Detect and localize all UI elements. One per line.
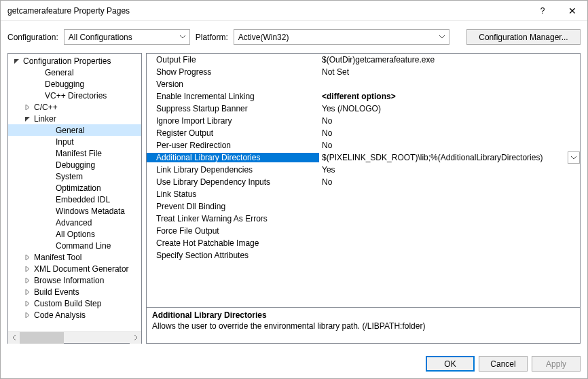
property-grid-rows[interactable]: Output File$(OutDir)getcamerafeature.exe…	[147, 54, 580, 307]
tree-item[interactable]: VC++ Directories	[8, 90, 141, 101]
property-row[interactable]: Prevent Dll Binding	[147, 200, 580, 213]
help-icon: ?	[540, 6, 545, 16]
property-value[interactable]: No	[319, 128, 580, 138]
property-row[interactable]: Enable Incremental Linking<different opt…	[147, 90, 580, 103]
tree-item[interactable]: Manifest Tool	[8, 251, 141, 263]
expander-closed-icon[interactable]	[23, 266, 33, 272]
tree-item[interactable]: Optimization	[8, 182, 141, 194]
property-row[interactable]: Per-user RedirectionNo	[147, 139, 580, 151]
property-row[interactable]: Additional Library Directories$(PIXELINK…	[147, 151, 580, 164]
tree-item[interactable]: Build Events	[8, 286, 141, 297]
property-row[interactable]: Create Hot Patchable Image	[147, 237, 580, 249]
expander-open-icon[interactable]	[23, 115, 33, 122]
property-name: Specify Section Attributes	[147, 251, 319, 260]
tree-item[interactable]: Linker	[8, 113, 141, 124]
tree-item-label: Manifest File	[54, 149, 102, 158]
property-name: Show Progress	[147, 67, 319, 77]
property-row[interactable]: Link Library DependenciesYes	[147, 164, 580, 176]
configuration-value: All Configurations	[69, 33, 132, 42]
window-title: getcamerafeature Property Pages	[7, 6, 528, 16]
tree-item-label: Command Line	[54, 241, 111, 251]
property-name: Force File Output	[147, 226, 319, 236]
property-row[interactable]: Specify Section Attributes	[147, 249, 580, 261]
tree-item[interactable]: Configuration Properties	[8, 55, 141, 67]
property-row[interactable]: Treat Linker Warning As Errors	[147, 213, 580, 225]
expander-closed-icon[interactable]	[23, 312, 33, 319]
tree-item[interactable]: C/C++	[8, 101, 141, 113]
cancel-button[interactable]: Cancel	[479, 356, 528, 372]
property-row[interactable]: Version	[147, 78, 580, 90]
configuration-select[interactable]: All Configurations	[64, 29, 190, 45]
property-value[interactable]: $(PIXELINK_SDK_ROOT)\lib;%(AdditionalLib…	[319, 153, 568, 162]
tree-item[interactable]: Input	[8, 136, 141, 147]
scroll-thumb[interactable]	[20, 332, 64, 344]
button-label: Configuration Manager...	[479, 33, 568, 42]
property-value[interactable]: No	[319, 177, 580, 187]
property-row[interactable]: Link Status	[147, 188, 580, 200]
platform-value: Active(Win32)	[238, 33, 289, 42]
tree-view[interactable]: Configuration PropertiesGeneralDebugging…	[8, 54, 141, 331]
tree-item[interactable]: Advanced	[8, 217, 141, 228]
tree-item[interactable]: All Options	[8, 228, 141, 240]
expander-closed-icon[interactable]	[23, 289, 33, 295]
property-value[interactable]: $(OutDir)getcamerafeature.exe	[319, 55, 580, 65]
tree-item[interactable]: Debugging	[8, 78, 141, 90]
property-name: Create Hot Patchable Image	[147, 238, 319, 248]
expander-closed-icon[interactable]	[23, 254, 33, 261]
scroll-track[interactable]	[20, 332, 130, 344]
property-name: Link Status	[147, 190, 319, 199]
ok-button[interactable]: OK	[426, 356, 475, 372]
dialog-button-row: OK Cancel Apply	[1, 349, 587, 378]
property-dropdown-button[interactable]	[568, 151, 580, 164]
tree-item[interactable]: Command Line	[8, 240, 141, 251]
tree-item-label: XML Document Generator	[33, 264, 129, 274]
tree-item[interactable]: XML Document Generator	[8, 263, 141, 274]
titlebar: getcamerafeature Property Pages ? ✕	[1, 1, 587, 21]
property-row[interactable]: Ignore Import LibraryNo	[147, 115, 580, 127]
property-row[interactable]: Output File$(OutDir)getcamerafeature.exe	[147, 54, 580, 66]
property-row[interactable]: Register OutputNo	[147, 127, 580, 139]
close-button[interactable]: ✕	[557, 1, 587, 21]
tree-item[interactable]: System	[8, 170, 141, 182]
property-row[interactable]: Suppress Startup BannerYes (/NOLOGO)	[147, 103, 580, 115]
tree-item[interactable]: Custom Build Step	[8, 297, 141, 309]
property-row[interactable]: Use Library Dependency InputsNo	[147, 176, 580, 188]
property-value[interactable]: Not Set	[319, 67, 580, 77]
property-row[interactable]: Show ProgressNot Set	[147, 66, 580, 78]
property-value[interactable]: No	[319, 141, 580, 150]
scroll-right-button[interactable]	[130, 332, 141, 344]
property-value[interactable]: Yes	[319, 165, 580, 175]
description-title: Additional Library Directories	[152, 310, 574, 320]
help-button[interactable]: ?	[528, 1, 557, 21]
tree-item[interactable]: Windows Metadata	[8, 205, 141, 217]
property-name: Treat Linker Warning As Errors	[147, 214, 319, 223]
property-value[interactable]: Yes (/NOLOGO)	[319, 104, 580, 113]
property-value[interactable]: <different options>	[319, 92, 580, 101]
platform-select[interactable]: Active(Win32)	[234, 29, 449, 45]
tree-item-label: Advanced	[54, 218, 92, 228]
expander-closed-icon[interactable]	[23, 300, 33, 307]
scroll-left-button[interactable]	[8, 332, 20, 344]
property-name: Register Output	[147, 128, 319, 138]
configuration-label: Configuration:	[7, 33, 58, 42]
tree-item[interactable]: Debugging	[8, 159, 141, 170]
apply-button[interactable]: Apply	[532, 356, 581, 372]
description-panel: Additional Library Directories Allows th…	[146, 307, 581, 344]
tree-item[interactable]: Embedded IDL	[8, 194, 141, 205]
configuration-manager-button[interactable]: Configuration Manager...	[466, 29, 581, 45]
tree-item-label: All Options	[54, 230, 95, 239]
property-name: Prevent Dll Binding	[147, 202, 319, 211]
tree-item-label: Configuration Properties	[22, 56, 111, 66]
expander-closed-icon[interactable]	[23, 277, 33, 284]
property-row[interactable]: Force File Output	[147, 225, 580, 237]
tree-item[interactable]: Manifest File	[8, 147, 141, 159]
horizontal-scrollbar[interactable]	[8, 331, 141, 343]
tree-item[interactable]: Code Analysis	[8, 309, 141, 321]
config-row: Configuration: All Configurations Platfo…	[1, 21, 587, 53]
tree-item[interactable]: General	[8, 67, 141, 78]
property-value[interactable]: No	[319, 116, 580, 126]
tree-item[interactable]: General	[8, 124, 141, 136]
tree-item[interactable]: Browse Information	[8, 274, 141, 286]
expander-closed-icon[interactable]	[23, 104, 33, 111]
expander-open-icon[interactable]	[12, 58, 22, 65]
